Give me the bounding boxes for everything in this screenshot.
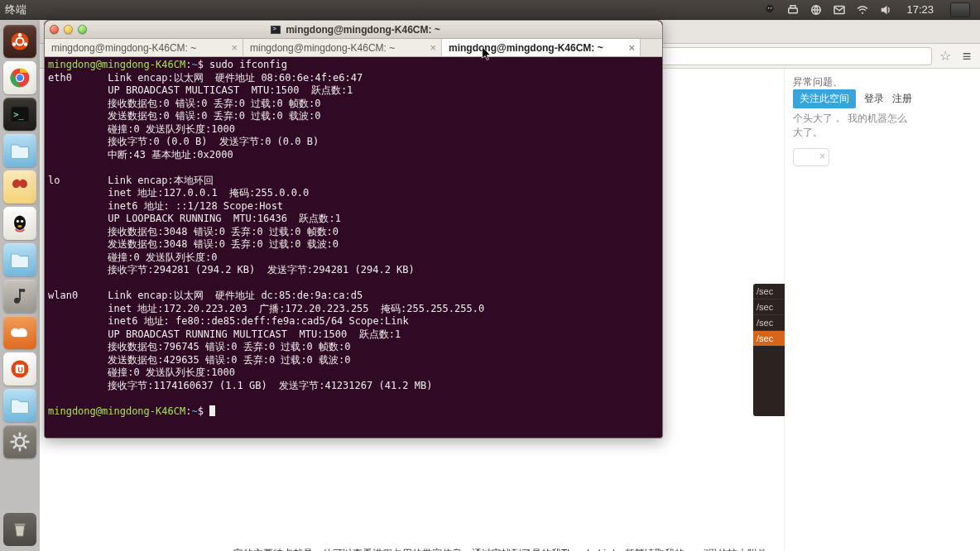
window-maximize-button[interactable]: [78, 25, 87, 34]
terminal-tabbar: mingdong@mingdong-K46CM: ~×mingdong@ming…: [45, 39, 662, 57]
terminal-body[interactable]: mingdong@mingdong-K46CM:~$ sudo ifconfig…: [45, 57, 662, 438]
svg-point-19: [17, 220, 19, 223]
wifi-indicator-icon[interactable]: [855, 3, 870, 17]
svg-point-9: [18, 33, 22, 36]
right-snippet: 大了。: [793, 126, 972, 140]
launcher-trash[interactable]: [3, 513, 36, 546]
launcher-item-settings[interactable]: [3, 425, 36, 458]
mini-popover: ×: [793, 148, 829, 166]
svg-point-0: [766, 5, 774, 12]
app-menu-label[interactable]: 终端: [5, 2, 26, 17]
qq-indicator-icon[interactable]: [762, 3, 777, 17]
launcher-item-qq[interactable]: [3, 207, 36, 240]
svg-line-34: [23, 445, 26, 448]
bookmark-star-icon[interactable]: ☆: [937, 48, 954, 64]
clock-indicator[interactable]: 17:23: [906, 3, 934, 16]
svg-point-21: [17, 225, 22, 228]
launcher-item-ubuntuone[interactable]: [3, 316, 36, 349]
terminal-tab-label: mingdong@mingdong-K46CM: ~: [449, 42, 603, 54]
right-snippet: 昇常问题、: [793, 75, 972, 89]
register-link[interactable]: 注册: [892, 92, 912, 106]
svg-rect-24: [19, 289, 25, 292]
svg-line-33: [13, 435, 17, 438]
terminal-tab[interactable]: mingdong@mingdong-K46CM: ~×: [45, 39, 243, 56]
browser-menu-icon[interactable]: ≡: [958, 49, 975, 64]
svg-point-28: [16, 438, 25, 447]
svg-point-7: [862, 12, 863, 13]
terminal-icon: [271, 26, 281, 34]
launcher-item-folder2[interactable]: [3, 243, 36, 276]
bandwidth-strip: /sec /sec /sec /sec: [753, 284, 785, 416]
terminal-tab[interactable]: mingdong@mingdong-K46CM: ~×: [442, 39, 641, 56]
launcher-item-butterfly[interactable]: [3, 170, 36, 204]
launcher-item-terminal[interactable]: >_: [3, 98, 36, 131]
launcher-item-software[interactable]: U: [3, 352, 36, 386]
login-link[interactable]: 登录: [864, 92, 884, 106]
session-indicator-icon[interactable]: [950, 2, 970, 17]
svg-text:>_: >_: [13, 109, 24, 120]
svg-point-1: [768, 7, 770, 9]
globe-indicator-icon[interactable]: [809, 3, 824, 17]
browser-right-column: 昇常问题、 关注此空间 登录 注册 个头大了， 我的机器怎么 大了。 ×: [785, 69, 980, 551]
window-close-button[interactable]: [50, 25, 59, 34]
indicator-area: 17:23: [762, 2, 970, 17]
launcher-item-dash[interactable]: [3, 25, 36, 58]
follow-space-button[interactable]: 关注此空间: [793, 89, 856, 108]
launcher-item-files[interactable]: [3, 134, 36, 167]
svg-point-11: [24, 42, 27, 46]
printer-indicator-icon[interactable]: [785, 3, 800, 17]
launcher-item-music[interactable]: [3, 280, 36, 313]
right-snippet: 个头大了，: [793, 112, 843, 126]
svg-point-10: [12, 42, 16, 46]
close-icon[interactable]: ×: [819, 151, 825, 162]
window-minimize-button[interactable]: [64, 25, 73, 34]
article-footer-text: 它的主要特点就是，他可以查看进程占用的带宽信息。通过它找到了是的我Thunder…: [230, 547, 771, 551]
window-title: mingdong@mingdong-K46CM: ~: [286, 24, 440, 36]
svg-line-36: [23, 435, 26, 438]
right-snippet: 我的机器怎么: [848, 112, 907, 126]
launcher-item-chrome[interactable]: [3, 61, 36, 94]
close-icon[interactable]: ×: [231, 41, 238, 54]
svg-line-35: [13, 445, 17, 448]
bandwidth-cell: /sec: [753, 314, 785, 330]
svg-point-2: [771, 7, 772, 9]
launcher-item-folder3[interactable]: [3, 389, 36, 422]
svg-point-15: [17, 74, 23, 81]
svg-point-22: [14, 298, 20, 304]
bandwidth-cell: /sec: [753, 299, 785, 314]
svg-point-18: [14, 215, 26, 230]
bandwidth-cell-highlight: /sec: [753, 330, 785, 346]
window-titlebar[interactable]: mingdong@mingdong-K46CM: ~: [45, 21, 662, 39]
close-icon[interactable]: ×: [430, 41, 436, 54]
sound-indicator-icon[interactable]: [878, 3, 893, 17]
svg-point-20: [21, 220, 23, 223]
close-icon[interactable]: ×: [628, 41, 635, 54]
svg-rect-4: [790, 5, 795, 7]
unity-launcher: >_U: [0, 20, 40, 551]
mail-indicator-icon[interactable]: [832, 3, 847, 17]
terminal-tab-label: mingdong@mingdong-K46CM: ~: [51, 42, 196, 54]
terminal-tab[interactable]: mingdong@mingdong-K46CM: ~×: [243, 39, 442, 56]
terminal-tab-label: mingdong@mingdong-K46CM: ~: [250, 42, 395, 54]
svg-text:U: U: [17, 366, 22, 374]
top-menubar: 终端 17:23: [0, 0, 980, 20]
svg-rect-3: [789, 7, 798, 12]
terminal-window: mingdong@mingdong-K46CM: ~ mingdong@ming…: [44, 20, 663, 438]
svg-rect-37: [15, 524, 26, 525]
terminal-cursor: [209, 405, 215, 416]
bandwidth-cell: /sec: [753, 284, 785, 299]
